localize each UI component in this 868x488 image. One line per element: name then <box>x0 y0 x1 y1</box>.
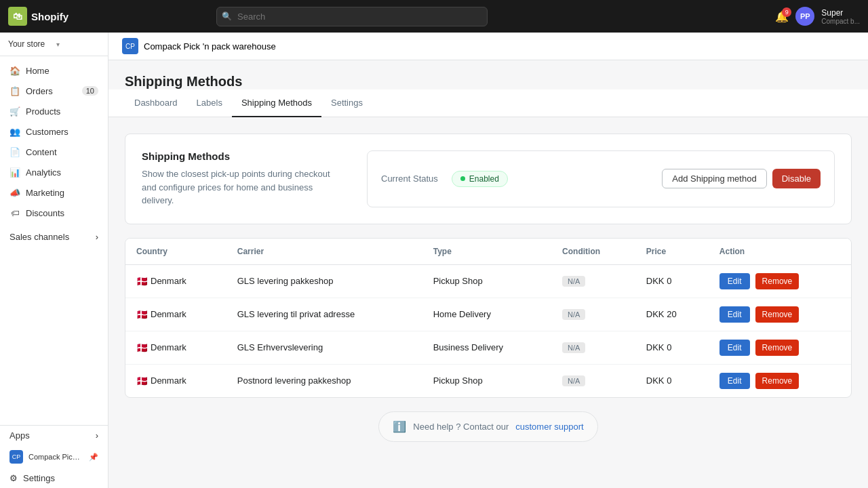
cell-country-1: 🇩🇰 Denmark <box>125 298 226 331</box>
table-header: Country Carrier Type Condition Price Act… <box>125 239 851 265</box>
cell-price-2: DKK 0 <box>635 331 709 364</box>
cell-condition-1: N/A <box>551 298 635 331</box>
edit-button-0[interactable]: Edit <box>719 273 750 289</box>
cell-carrier-1: GLS levering til privat adresse <box>226 298 422 331</box>
remove-button-0[interactable]: Remove <box>755 273 800 289</box>
sidebar-item-products[interactable]: 🛒 Products <box>0 101 108 121</box>
apps-label: Apps <box>9 430 30 441</box>
status-enabled-badge: Enabled <box>452 171 508 187</box>
tab-dashboard[interactable]: Dashboard <box>125 89 187 117</box>
products-icon: 🛒 <box>9 106 20 117</box>
sidebar-item-label: Content <box>26 147 57 157</box>
sidebar-item-analytics[interactable]: 📊 Analytics <box>0 162 108 182</box>
country-name-2: Denmark <box>151 342 186 352</box>
table-row: 🇩🇰 Denmark GLS levering til privat adres… <box>125 298 851 331</box>
cell-carrier-2: GLS Erhvervslevering <box>226 331 422 364</box>
add-shipping-method-button[interactable]: Add Shipping method <box>662 169 766 188</box>
store-name: Your store <box>8 39 52 49</box>
sidebar-item-home[interactable]: 🏠 Home <box>0 60 108 81</box>
help-icon: ℹ️ <box>393 420 406 433</box>
edit-button-3[interactable]: Edit <box>719 373 750 389</box>
table-body: 🇩🇰 Denmark GLS levering pakkeshop Pickup… <box>125 264 851 397</box>
tab-settings[interactable]: Settings <box>321 89 372 117</box>
sidebar-app-compack[interactable]: CP Compack Pick 'n pac... 📌 <box>0 445 108 468</box>
col-action: Action <box>709 239 851 265</box>
app-header-title: Compack Pick 'n pack warehouse <box>144 41 276 52</box>
country-name-0: Denmark <box>151 276 186 286</box>
page-header: Shipping Methods <box>108 60 868 89</box>
pin-icon: 📌 <box>89 453 98 462</box>
main-nav: 🏠 Home 📋 Orders 10 🛒 Products 👥 Customer… <box>0 56 108 227</box>
topbar-right: 🔔 9 PP Super Compact b... <box>775 7 860 26</box>
condition-badge-3: N/A <box>562 375 585 386</box>
tab-labels[interactable]: Labels <box>187 89 232 117</box>
cell-action-3: Edit Remove <box>709 364 851 397</box>
country-name-1: Denmark <box>151 309 186 319</box>
page-title: Shipping Methods <box>125 74 852 89</box>
disable-button[interactable]: Disable <box>772 169 821 188</box>
apps-expand-icon: › <box>96 430 98 441</box>
col-carrier: Carrier <box>226 239 422 265</box>
shipping-info-text: Shipping Methods Show the closest pick-u… <box>142 150 345 207</box>
cell-country-0: 🇩🇰 Denmark <box>125 264 226 298</box>
col-country: Country <box>125 239 226 265</box>
analytics-icon: 📊 <box>9 167 20 178</box>
cell-condition-0: N/A <box>551 264 635 298</box>
remove-button-2[interactable]: Remove <box>755 340 800 356</box>
sidebar-item-settings[interactable]: ⚙ Settings <box>0 468 108 488</box>
cell-country-2: 🇩🇰 Denmark <box>125 331 226 364</box>
cell-action-1: Edit Remove <box>709 298 851 331</box>
topbar: 🛍 Shopify 🔍 🔔 9 PP Super Compact b... <box>0 0 868 33</box>
remove-button-3[interactable]: Remove <box>755 373 800 389</box>
sidebar-item-label: Home <box>26 66 50 76</box>
help-link[interactable]: customer support <box>515 422 583 432</box>
cell-action-2: Edit Remove <box>709 331 851 364</box>
cell-price-1: DKK 20 <box>635 298 709 331</box>
condition-badge-0: N/A <box>562 276 585 287</box>
home-icon: 🏠 <box>9 65 20 76</box>
shipping-section-description: Show the closest pick-up points during c… <box>142 167 345 207</box>
store-selector[interactable]: Your store ▾ <box>0 33 108 56</box>
main-layout: Your store ▾ 🏠 Home 📋 Orders 10 🛒 Produc… <box>0 33 868 488</box>
status-actions: Add Shipping method Disable <box>662 169 821 188</box>
sidebar-item-label: Customers <box>26 127 68 137</box>
cell-carrier-3: Postnord levering pakkeshop <box>226 364 422 397</box>
cell-condition-2: N/A <box>551 331 635 364</box>
edit-button-1[interactable]: Edit <box>719 306 750 323</box>
current-status-label: Current Status <box>381 174 438 184</box>
sidebar-footer: Apps › CP Compack Pick 'n pac... 📌 ⚙ Set… <box>0 425 108 488</box>
sales-channels-section[interactable]: Sales channels › <box>0 227 108 247</box>
page-content: Shipping Methods Show the closest pick-u… <box>108 117 868 472</box>
cell-carrier-0: GLS levering pakkeshop <box>226 264 422 298</box>
country-name-3: Denmark <box>151 375 186 386</box>
shipping-status-panel: Current Status Enabled Add Shipping meth… <box>367 150 835 207</box>
content-icon: 📄 <box>9 146 20 157</box>
sidebar-item-marketing[interactable]: 📣 Marketing <box>0 182 108 203</box>
sidebar-item-discounts[interactable]: 🏷 Discounts <box>0 203 108 223</box>
search-bar: 🔍 <box>216 7 488 26</box>
cell-country-3: 🇩🇰 Denmark <box>125 364 226 397</box>
table-row: 🇩🇰 Denmark GLS levering pakkeshop Pickup… <box>125 264 851 298</box>
status-text: Enabled <box>469 174 499 184</box>
search-input[interactable] <box>216 7 488 26</box>
edit-button-2[interactable]: Edit <box>719 340 750 356</box>
sidebar: Your store ▾ 🏠 Home 📋 Orders 10 🛒 Produc… <box>0 33 108 488</box>
sidebar-item-orders[interactable]: 📋 Orders 10 <box>0 81 108 101</box>
sidebar-item-content[interactable]: 📄 Content <box>0 142 108 162</box>
notification-badge: 9 <box>782 7 791 17</box>
help-section: ℹ️ Need help ? Contact our customer supp… <box>125 398 852 455</box>
table-row: 🇩🇰 Denmark Postnord levering pakkeshop P… <box>125 364 851 397</box>
remove-button-1[interactable]: Remove <box>755 306 800 323</box>
sidebar-item-customers[interactable]: 👥 Customers <box>0 121 108 142</box>
app-name: Compack Pick 'n pac... <box>28 453 83 461</box>
condition-badge-2: N/A <box>562 342 585 353</box>
apps-section[interactable]: Apps › <box>0 426 108 445</box>
tab-shipping-methods[interactable]: Shipping Methods <box>232 89 321 117</box>
cell-type-0: Pickup Shop <box>422 264 551 298</box>
notification-button[interactable]: 🔔 9 <box>775 10 789 23</box>
shipping-methods-table: Country Carrier Type Condition Price Act… <box>125 239 851 397</box>
cell-action-0: Edit Remove <box>709 264 851 298</box>
user-avatar: PP <box>795 7 814 26</box>
sidebar-item-label: Analytics <box>26 167 61 178</box>
help-card: ℹ️ Need help ? Contact our customer supp… <box>378 411 597 442</box>
